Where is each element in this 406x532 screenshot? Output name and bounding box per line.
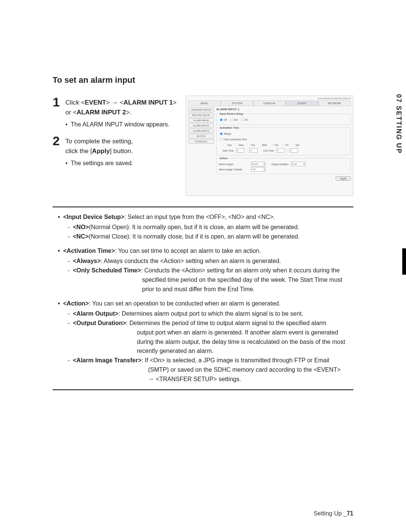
legend: Action — [219, 157, 229, 160]
step-body: To complete the setting, click the [Appl… — [65, 134, 177, 168]
sb-transfer-setup[interactable]: TRANSFER SETUP — [188, 108, 214, 112]
end-m[interactable]: 0 — [289, 148, 298, 153]
chk-sun[interactable]: Sun — [223, 143, 232, 147]
tab-network[interactable]: NETWORK — [318, 100, 351, 106]
text: > — [106, 99, 112, 106]
text: < — [118, 99, 124, 106]
notes-block: <Input Device Setup>: Select an input ty… — [53, 213, 353, 384]
output-duration-select[interactable]: 5 sec — [291, 162, 305, 166]
end-h[interactable]: 0 — [276, 148, 285, 153]
apply-button[interactable]: Apply — [336, 176, 351, 181]
legend: Input Device Setup — [219, 112, 244, 115]
radio-nc[interactable]: NC — [240, 117, 248, 122]
tab-bar: BASIC SYSTEM OVERLAY EVENT NETWORK — [188, 100, 351, 106]
steps-column: 1 Click <EVENT> → <ALARM INPUT 1> or <AL… — [53, 96, 177, 173]
divider — [53, 207, 353, 207]
step-1: 1 Click <EVENT> → <ALARM INPUT 1> or <AL… — [53, 96, 177, 129]
note-action: <Action>: You can set an operation to be… — [53, 299, 353, 384]
sidebar: TRANSFER SETUP RECORD SETUP ALARM IMAGE … — [188, 108, 214, 181]
alarm-output-select[interactable]: None — [251, 162, 265, 166]
start-m[interactable]: 0 — [249, 148, 258, 153]
start-h[interactable]: 0 — [236, 148, 244, 153]
tab-overlay[interactable]: OVERLAY — [253, 100, 286, 106]
thumb-index — [402, 248, 406, 275]
sb-alarm-input-1[interactable]: ALARM INPUT1 — [188, 123, 214, 128]
panel-title: ALARM INPUT 1 — [216, 108, 351, 111]
chk-sat[interactable]: Sat — [291, 143, 299, 147]
section-title: To set an alarm input — [53, 75, 353, 85]
alarm-image-transfer-select[interactable]: Off — [251, 167, 265, 172]
radio-always[interactable]: Always — [219, 131, 232, 136]
sb-alarm-input-2[interactable]: ALARM INPUT2 — [188, 129, 214, 133]
side-tab-text: 07 SETTING UP — [395, 94, 403, 154]
tab-event[interactable]: EVENT — [286, 100, 318, 106]
kw-event: EVENT — [85, 99, 106, 106]
tab-basic[interactable]: BASIC — [188, 100, 221, 106]
tab-system[interactable]: SYSTEM — [221, 100, 253, 106]
kw-alarm-input-1: ALARM INPUT 1 — [123, 99, 173, 106]
fieldset-activation-time: Activation Time Always Only Scheduled Ti… — [216, 126, 351, 155]
arrow-icon: → — [112, 98, 118, 108]
ui-screenshot: LIVE |SEARCH |SETUP |ABOUT BASIC SYSTEM … — [186, 96, 353, 196]
kw-apply: Apply — [92, 147, 110, 155]
radio-scheduled[interactable]: Only Scheduled Time — [219, 137, 247, 142]
note-activation-time: <Activation Time>: You can set time to a… — [53, 246, 353, 294]
step-sub: The settings are saved. — [71, 159, 177, 168]
step-sub: The ALARM INPUT window appears. — [71, 120, 177, 129]
start-time-label: Start Time — [223, 149, 234, 152]
text: ] button. — [110, 147, 133, 155]
output-duration-label: Output Duration — [271, 163, 289, 166]
fieldset-action: Action Alarm Output None Output Duration… — [216, 157, 351, 174]
end-time-label: End Time — [264, 149, 274, 152]
chk-fri[interactable]: Fri — [281, 143, 289, 147]
page-footer: Setting Up _71 — [314, 510, 353, 517]
sb-alarm-image[interactable]: ALARM IMAGE — [188, 118, 214, 123]
arrow-icon: → — [148, 375, 154, 384]
note-input-device: <Input Device Setup>: Select an input ty… — [53, 213, 353, 241]
day-checkboxes: Sun Mon Tue Wed Thu Fri Sat — [219, 143, 348, 147]
side-tab: 07 SETTING UP — [391, 94, 406, 155]
step-number: 2 — [53, 134, 62, 168]
sb-record-setup[interactable]: RECORD SETUP — [188, 113, 214, 117]
radio-off[interactable]: Off — [219, 117, 227, 122]
step-body: Click <EVENT> → <ALARM INPUT 1> or <ALAR… — [65, 96, 177, 129]
footer-label: Setting Up _ — [314, 510, 347, 517]
sb-schedule[interactable]: SCHEDULE — [188, 139, 214, 144]
fieldset-input-device: Input Device Setup Off NO NC — [216, 112, 351, 125]
legend: Activation Time — [219, 126, 240, 129]
top-links[interactable]: LIVE |SEARCH |SETUP |ABOUT — [188, 97, 351, 100]
step-number: 1 — [53, 96, 62, 129]
chk-thu[interactable]: Thu — [269, 143, 278, 147]
page-number: 71 — [347, 510, 353, 517]
chk-mon[interactable]: Mon — [234, 143, 244, 147]
chk-tue[interactable]: Tue — [246, 143, 255, 147]
step-2: 2 To complete the setting, click the [Ap… — [53, 134, 177, 168]
alarm-output-label: Alarm Output — [219, 163, 249, 166]
text: >. — [126, 109, 132, 116]
kw-alarm-input-2: ALARM INPUT 2 — [77, 109, 126, 116]
radio-no[interactable]: NO — [229, 117, 238, 122]
divider — [53, 389, 353, 390]
alarm-image-transfer-label: Alarm Image Transfer — [219, 168, 249, 171]
text: Click < — [65, 99, 85, 106]
text: click the [ — [65, 147, 92, 155]
text: To complete the setting, — [65, 138, 133, 145]
sb-motion[interactable]: MOTION — [188, 134, 214, 138]
chk-wed[interactable]: Wed — [257, 143, 267, 147]
